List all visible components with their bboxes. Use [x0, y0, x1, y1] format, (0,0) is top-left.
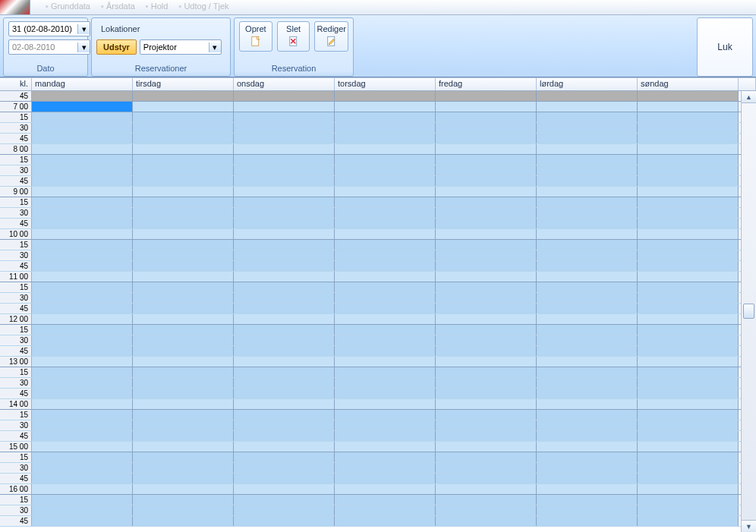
day-header[interactable]: søndag: [638, 77, 739, 90]
schedule-cell[interactable]: [234, 176, 335, 186]
schedule-cell[interactable]: [638, 304, 739, 313]
schedule-cell[interactable]: [32, 187, 133, 197]
schedule-cell[interactable]: [335, 112, 436, 122]
schedule-cell[interactable]: [335, 516, 436, 526]
schedule-cell[interactable]: [638, 293, 739, 303]
schedule-cell[interactable]: [234, 420, 335, 430]
schedule-cell[interactable]: [335, 293, 436, 303]
schedule-cell[interactable]: [537, 420, 638, 430]
schedule-cell[interactable]: [234, 431, 335, 441]
schedule-cell[interactable]: [537, 516, 638, 526]
rediger-button[interactable]: Rediger: [314, 21, 348, 52]
week-combo[interactable]: ▾: [8, 21, 90, 36]
schedule-cell[interactable]: [436, 420, 537, 430]
schedule-cell[interactable]: [537, 123, 638, 133]
schedule-cell[interactable]: [234, 442, 335, 452]
schedule-cell[interactable]: [436, 474, 537, 483]
opret-button[interactable]: Opret: [239, 21, 272, 52]
schedule-cell[interactable]: [436, 463, 537, 473]
day-header[interactable]: mandag: [32, 77, 133, 90]
schedule-cell[interactable]: [32, 293, 133, 303]
schedule-cell[interactable]: [638, 325, 739, 335]
schedule-cell[interactable]: [133, 240, 234, 250]
schedule-cell[interactable]: [234, 325, 335, 335]
schedule-cell[interactable]: [436, 176, 537, 186]
schedule-cell[interactable]: [537, 442, 638, 452]
schedule-cell[interactable]: [436, 357, 537, 367]
schedule-cell[interactable]: [133, 250, 234, 260]
schedule-cell[interactable]: [32, 282, 133, 292]
schedule-cell[interactable]: [32, 91, 133, 101]
schedule-cell[interactable]: [133, 431, 234, 441]
slet-button[interactable]: Slet: [277, 21, 310, 52]
type-combo[interactable]: ▾: [140, 39, 222, 55]
schedule-cell[interactable]: [234, 261, 335, 271]
schedule-cell[interactable]: [638, 378, 739, 388]
chevron-down-icon[interactable]: ▾: [77, 24, 90, 34]
date-combo-value[interactable]: [9, 41, 77, 53]
schedule-cell[interactable]: [32, 463, 133, 473]
schedule-cell[interactable]: [133, 134, 234, 143]
schedule-cell[interactable]: [638, 346, 739, 356]
schedule-cell[interactable]: [436, 240, 537, 250]
schedule-cell[interactable]: [133, 410, 234, 420]
schedule-cell[interactable]: [133, 304, 234, 313]
schedule-cell[interactable]: [335, 484, 436, 494]
schedule-cell[interactable]: [537, 304, 638, 313]
schedule-cell[interactable]: [133, 474, 234, 483]
schedule-cell[interactable]: [638, 165, 739, 175]
schedule-cell[interactable]: [335, 176, 436, 186]
schedule-cell[interactable]: [638, 208, 739, 218]
schedule-cell[interactable]: [537, 250, 638, 260]
schedule-cell[interactable]: [537, 112, 638, 122]
schedule-cell[interactable]: [335, 474, 436, 483]
schedule-cell[interactable]: [638, 134, 739, 143]
schedule-cell[interactable]: [436, 410, 537, 420]
schedule-cell[interactable]: [234, 165, 335, 175]
schedule-cell[interactable]: [537, 335, 638, 345]
schedule-cell[interactable]: [234, 134, 335, 143]
schedule-cell[interactable]: [436, 293, 537, 303]
day-header[interactable]: lørdag: [537, 77, 638, 90]
schedule-cell[interactable]: [638, 219, 739, 228]
schedule-cell[interactable]: [335, 378, 436, 388]
schedule-cell[interactable]: [436, 346, 537, 356]
schedule-cell[interactable]: [537, 474, 638, 483]
schedule-cell[interactable]: [234, 378, 335, 388]
schedule-cell[interactable]: [32, 420, 133, 430]
schedule-cell[interactable]: [32, 484, 133, 494]
schedule-cell[interactable]: [436, 442, 537, 452]
schedule-cell[interactable]: [436, 261, 537, 271]
schedule-cell[interactable]: [234, 304, 335, 313]
schedule-cell[interactable]: [537, 410, 638, 420]
scroll-up-icon[interactable]: ▲: [742, 91, 756, 103]
schedule-cell[interactable]: [32, 134, 133, 143]
schedule-cell[interactable]: [436, 155, 537, 165]
schedule-cell[interactable]: [335, 219, 436, 228]
schedule-cell[interactable]: [638, 463, 739, 473]
schedule-cell[interactable]: [234, 410, 335, 420]
schedule-cell[interactable]: [638, 484, 739, 494]
schedule-cell[interactable]: [234, 208, 335, 218]
week-combo-value[interactable]: [9, 23, 77, 35]
schedule-cell[interactable]: [335, 208, 436, 218]
schedule-cell[interactable]: [638, 410, 739, 420]
schedule-cell[interactable]: [436, 304, 537, 313]
schedule-cell[interactable]: [537, 229, 638, 239]
schedule-cell[interactable]: [638, 155, 739, 165]
schedule-cell[interactable]: [436, 314, 537, 324]
schedule-cell[interactable]: [133, 357, 234, 367]
schedule-cell[interactable]: [32, 431, 133, 441]
schedule-cell[interactable]: [335, 442, 436, 452]
schedule-cell[interactable]: [436, 282, 537, 292]
schedule-cell[interactable]: [133, 505, 234, 515]
schedule-cell[interactable]: [32, 219, 133, 228]
schedule-cell[interactable]: [436, 229, 537, 239]
schedule-cell[interactable]: [133, 293, 234, 303]
schedule-cell[interactable]: [133, 346, 234, 356]
schedule-cell[interactable]: [32, 176, 133, 186]
schedule-cell[interactable]: [638, 112, 739, 122]
schedule-cell[interactable]: [133, 165, 234, 175]
schedule-cell[interactable]: [32, 346, 133, 356]
schedule-cell[interactable]: [32, 144, 133, 154]
